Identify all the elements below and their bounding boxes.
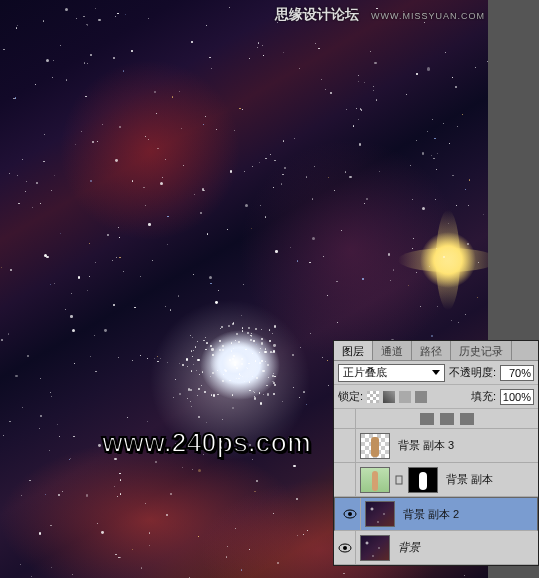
watermark-text: 思缘设计论坛 <box>275 6 359 22</box>
link-icon <box>394 474 404 486</box>
layers-panel: 图层 通道 路径 历史记录 正片叠底 不透明度: 70% 锁定: 填充: 100… <box>333 340 539 566</box>
visibility-toggle[interactable] <box>334 531 356 564</box>
layer-name[interactable]: 背景 <box>394 540 538 555</box>
layer-name[interactable]: 背景 副本 3 <box>394 438 538 453</box>
tab-channels[interactable]: 通道 <box>373 341 412 360</box>
blend-opacity-row: 正片叠底 不透明度: 70% <box>334 361 538 385</box>
layer-row[interactable]: 背景 副本 <box>334 463 538 497</box>
lock-all-icon[interactable] <box>415 391 427 403</box>
lock-transparent-icon[interactable] <box>367 391 379 403</box>
layer-mask-thumbnail[interactable] <box>408 467 438 493</box>
eye-icon <box>338 543 352 553</box>
watermark-center: www.240ps.com <box>102 428 311 459</box>
panel-tabs: 图层 通道 路径 历史记录 <box>334 341 538 361</box>
tab-layers[interactable]: 图层 <box>334 341 373 360</box>
layer-thumbnail[interactable] <box>360 535 390 561</box>
svg-point-4 <box>343 546 347 550</box>
lock-position-icon[interactable] <box>399 391 411 403</box>
svg-rect-0 <box>396 476 402 484</box>
visibility-toggle[interactable] <box>334 463 356 496</box>
layer-thumbnail[interactable] <box>360 467 390 493</box>
layer-row[interactable]: 背景 副本 3 <box>334 429 538 463</box>
layer-thumbnail[interactable] <box>360 433 390 459</box>
visibility-toggle[interactable] <box>334 409 356 428</box>
tiny-icon <box>440 413 454 425</box>
visibility-toggle[interactable] <box>334 429 356 462</box>
lock-label: 锁定: <box>338 389 363 404</box>
layer-thumbnail[interactable] <box>365 501 395 527</box>
fill-input[interactable]: 100% <box>500 389 534 405</box>
eye-icon <box>343 509 357 519</box>
svg-point-2 <box>348 512 352 516</box>
dropdown-icon <box>432 370 440 375</box>
opacity-input[interactable]: 70% <box>500 365 534 381</box>
tiny-icon <box>420 413 434 425</box>
opacity-label: 不透明度: <box>449 365 496 380</box>
layer-name[interactable]: 背景 副本 <box>442 472 538 487</box>
tab-history[interactable]: 历史记录 <box>451 341 512 360</box>
tab-paths[interactable]: 路径 <box>412 341 451 360</box>
layer-row[interactable]: 背景 副本 2 <box>334 497 538 531</box>
blend-mode-value: 正片叠底 <box>343 365 387 380</box>
layer-row[interactable] <box>334 409 538 429</box>
lock-paint-icon[interactable] <box>383 391 395 403</box>
fill-label: 填充: <box>471 389 496 404</box>
blend-mode-select[interactable]: 正片叠底 <box>338 364 445 382</box>
watermark-url: WWW.MISSYUAN.COM <box>371 11 485 21</box>
layer-name[interactable]: 背景 副本 2 <box>399 507 533 522</box>
watermark-top: 思缘设计论坛 WWW.MISSYUAN.COM <box>275 6 485 24</box>
visibility-toggle[interactable] <box>339 498 361 530</box>
lock-fill-row: 锁定: 填充: 100% <box>334 385 538 409</box>
tiny-icon <box>460 413 474 425</box>
layers-list: 背景 副本 3 背景 副本 背景 副本 2 背景 <box>334 409 538 565</box>
layer-row[interactable]: 背景 <box>334 531 538 565</box>
